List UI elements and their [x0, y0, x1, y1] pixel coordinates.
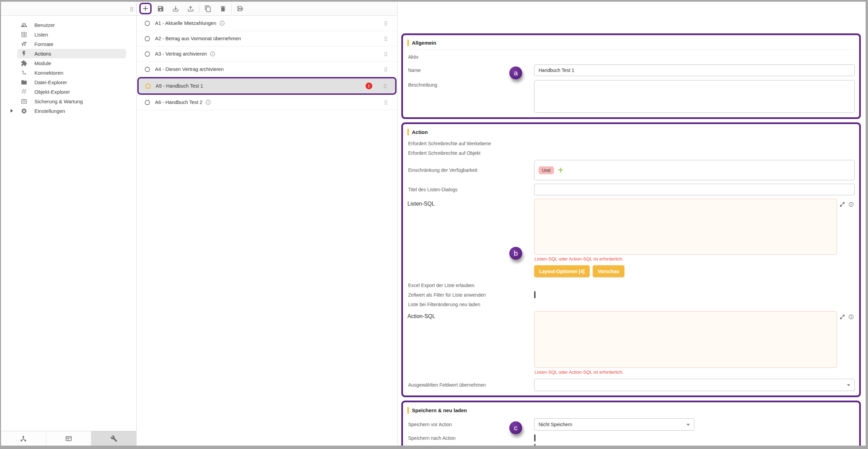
name-input[interactable]: [534, 64, 855, 76]
titel-listen-dialog-input[interactable]: [534, 184, 855, 195]
sidebar-item-module[interactable]: Module: [17, 58, 126, 68]
sidebar-item-datei-explorer[interactable]: Datei-Explorer: [17, 77, 126, 87]
list-item[interactable]: A3 - Vertrag archivieren: [137, 46, 397, 62]
grid-dots-icon: [21, 89, 27, 95]
tab-tree-view[interactable]: [1, 431, 46, 446]
toolbar: [137, 2, 398, 16]
action-list: A1 - Aktuelle Mietzahlungen A2 - Betrag …: [137, 16, 398, 446]
sidebar-item-formate[interactable]: Formate: [17, 39, 126, 49]
sidebar-item-benutzer[interactable]: Benutzer: [17, 20, 126, 30]
sidebar-item-label: Actions: [34, 51, 51, 57]
radio-icon[interactable]: [144, 66, 151, 73]
info-icon[interactable]: [848, 314, 854, 320]
list-item[interactable]: A1 - Aktuelle Mietzahlungen: [137, 16, 397, 31]
delete-button[interactable]: [215, 2, 230, 15]
sidebar-bottom-tabs: [1, 431, 136, 446]
error-badge: !: [366, 83, 372, 89]
info-icon[interactable]: [210, 51, 216, 57]
baum-neu-laden-checkbox[interactable]: [534, 444, 536, 446]
sidebar-item-label: Konnektoren: [34, 70, 63, 76]
action-sql-error: Listen-SQL oder Action-SQL ist erforderl…: [534, 368, 855, 375]
speichern-vor-action-select[interactable]: Nicht Speichern: [534, 418, 694, 431]
upload-icon: [187, 5, 194, 12]
speichern-nach-action-checkbox[interactable]: [534, 434, 536, 441]
sidebar-item-listen[interactable]: Listen: [17, 30, 126, 39]
radio-icon[interactable]: [144, 20, 151, 27]
delete-icon: [219, 5, 227, 12]
layout-optionen-button[interactable]: Layout-Optionen [4]: [534, 265, 590, 277]
list-item-label: A6 - Handbuch Test 2: [155, 100, 202, 105]
info-icon[interactable]: [848, 201, 854, 207]
radio-icon[interactable]: [144, 99, 151, 106]
sidebar: Benutzer Listen Formate Actions Module K…: [1, 16, 137, 446]
radio-icon[interactable]: [144, 35, 151, 42]
splitter-handle[interactable]: ||: [129, 6, 135, 12]
sidebar-item-label: Einstellungen: [34, 108, 65, 114]
info-icon[interactable]: [205, 99, 211, 105]
tab-table-view[interactable]: [46, 431, 92, 446]
radio-icon[interactable]: [145, 83, 151, 89]
excel-export-label: Excel Export der Liste erlauben: [407, 283, 534, 288]
drag-handle-icon[interactable]: [382, 83, 388, 89]
liste-neu-laden-label: Liste bei Filteränderung neu laden: [407, 302, 534, 307]
action-sql-textarea[interactable]: [534, 311, 837, 368]
sidebar-item-konnektoren[interactable]: Konnektoren: [17, 68, 126, 77]
vorschau-button[interactable]: Vorschau: [593, 265, 624, 277]
app-window: || Benutzer Listen Formate Actions Modul…: [0, 0, 868, 449]
sidebar-item-label: Module: [34, 60, 51, 66]
toolbar-divider: [199, 4, 199, 13]
save-icon: [157, 5, 164, 12]
sidebar-item-label: Formate: [34, 41, 53, 47]
tab-tools-view[interactable]: [91, 431, 136, 446]
section-allgemein: a Allgemein Aktiv Name Beschreibung: [401, 33, 861, 119]
einschraenkung-field[interactable]: Und +: [534, 160, 855, 180]
list-item[interactable]: A2 - Betrag aus Vormonat übernehmen: [137, 31, 397, 46]
beschreibung-textarea[interactable]: [534, 80, 855, 113]
expand-icon[interactable]: [839, 201, 845, 207]
add-condition-icon[interactable]: +: [558, 166, 563, 175]
annotation-badge-a: a: [509, 66, 522, 79]
info-icon[interactable]: [219, 20, 225, 26]
speichern-nach-action-label: Speichern nach Action: [407, 435, 534, 441]
listen-sql-textarea[interactable]: [534, 199, 837, 255]
section-title: Allgemein: [412, 40, 436, 46]
drag-handle-icon[interactable]: [383, 35, 389, 42]
save-button[interactable]: [153, 2, 168, 15]
list-item-label: A3 - Vertrag archivieren: [155, 51, 207, 57]
und-chip[interactable]: Und: [539, 166, 554, 174]
drag-handle-icon[interactable]: [383, 20, 389, 27]
upload-button[interactable]: [183, 2, 198, 15]
sidebar-item-label: Datei-Explorer: [34, 79, 67, 85]
execute-list-button[interactable]: [233, 2, 248, 15]
radio-icon[interactable]: [144, 51, 151, 57]
download-button[interactable]: [168, 2, 183, 15]
drag-handle-icon[interactable]: [383, 51, 389, 57]
list-item-selected[interactable]: A5 - Handbuch Test 1 !: [137, 77, 397, 95]
sidebar-item-objekt-explorer[interactable]: Objekt-Explorer: [17, 87, 126, 96]
sidebar-item-einstellungen[interactable]: Einstellungen: [17, 106, 126, 116]
add-button[interactable]: [139, 3, 152, 14]
list-item[interactable]: A4 - Diesen Vertrag archivieren: [137, 62, 397, 77]
expand-icon[interactable]: [839, 314, 845, 320]
copy-button[interactable]: [200, 2, 215, 15]
sidebar-item-label: Benutzer: [34, 22, 55, 28]
zellwert-filter-label: Zellwert als Filter für Liste anwenden: [407, 292, 534, 298]
titel-listen-dialog-label: Titel des Listen-Dialogs: [407, 187, 534, 192]
expand-caret-icon[interactable]: [11, 109, 13, 113]
list-item-label: A5 - Handbuch Test 1: [156, 83, 203, 89]
drag-handle-icon[interactable]: [383, 66, 389, 73]
section-accent-bar: [407, 129, 409, 135]
drag-handle-icon[interactable]: [383, 99, 389, 106]
feldwert-select[interactable]: [534, 379, 855, 391]
wrench-icon: [110, 435, 118, 442]
sidebar-item-actions[interactable]: Actions: [17, 49, 126, 58]
baum-neu-laden-label: Baum nach Action neu laden: [407, 445, 534, 446]
folder-icon: [21, 79, 27, 86]
sidebar-item-sicherung-wartung[interactable]: Sicherung & Wartung: [17, 96, 126, 106]
zellwert-filter-checkbox[interactable]: [534, 291, 536, 298]
listen-sql-label: Listen-SQL: [407, 199, 534, 207]
list-item[interactable]: A6 - Handbuch Test 2: [137, 95, 397, 110]
sidebar-item-label: Objekt-Explorer: [34, 89, 70, 95]
download-icon: [172, 5, 179, 12]
flash-icon: [21, 50, 27, 57]
